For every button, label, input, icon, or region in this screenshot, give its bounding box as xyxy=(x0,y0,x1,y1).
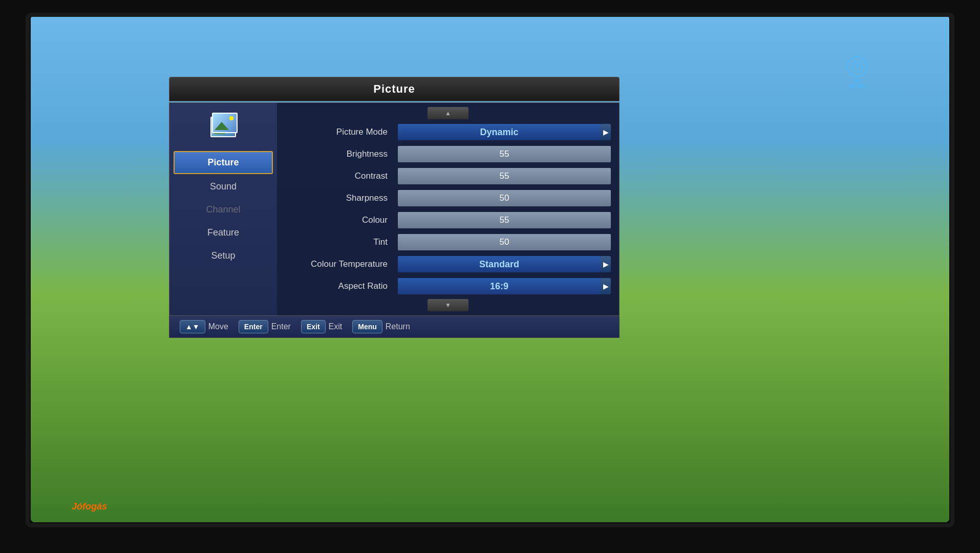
setting-label-colour: Colour xyxy=(285,215,398,225)
setting-label-brightness: Brightness xyxy=(285,149,398,159)
nav-move-key[interactable]: ▲▼ xyxy=(180,320,205,333)
setting-arrow-picture-mode[interactable]: ▶ xyxy=(601,124,611,140)
nav-enter-key[interactable]: Enter xyxy=(239,320,268,333)
nav-exit: Exit Exit xyxy=(301,320,342,333)
nav-enter: Enter Enter xyxy=(239,320,291,333)
sidebar-item-picture[interactable]: Picture xyxy=(174,151,273,174)
nav-move: ▲▼ Move xyxy=(180,320,228,333)
scroll-down-button[interactable]: ▼ xyxy=(285,299,611,311)
setting-control-aspect-ratio: 16:9 ▶ xyxy=(398,278,611,294)
nav-menu-key[interactable]: Menu xyxy=(352,320,382,333)
setting-value-colour: 55 xyxy=(398,212,611,228)
scroll-down-arrow[interactable]: ▼ xyxy=(428,299,468,311)
osd-title: Picture xyxy=(373,82,415,95)
nav-enter-label: Enter xyxy=(271,322,291,331)
setting-control-picture-mode: Dynamic ▶ xyxy=(398,124,611,140)
setting-value-picture-mode: Dynamic xyxy=(398,124,601,140)
watermark: Jófogás xyxy=(72,501,107,512)
nav-move-label: Move xyxy=(208,322,228,331)
logo-line1: M4 xyxy=(847,78,867,84)
setting-value-tint: 50 xyxy=(398,234,611,250)
tv-screen: M4 SPORT Picture xyxy=(31,15,949,522)
setting-value-contrast: 55 xyxy=(398,168,611,184)
setting-value-sharpness: 50 xyxy=(398,190,611,206)
setting-label-sharpness: Sharpness xyxy=(285,193,398,203)
setting-label-picture-mode: Picture Mode xyxy=(285,127,398,137)
setting-arrow-aspect-ratio[interactable]: ▶ xyxy=(601,278,611,294)
picture-icon xyxy=(208,114,239,140)
setting-value-aspect-ratio: 16:9 xyxy=(398,278,601,294)
setting-control-colour-temp: Standard ▶ xyxy=(398,256,611,272)
setting-value-brightness: 55 xyxy=(398,146,611,162)
osd-sidebar: Picture Sound Channel Feature Setup xyxy=(169,103,277,315)
setting-row-colour-temp: Colour Temperature Standard ▶ xyxy=(285,254,611,274)
picture-icon-container xyxy=(174,108,273,146)
setting-row-picture-mode: Picture Mode Dynamic ▶ xyxy=(285,122,611,142)
osd-body: Picture Sound Channel Feature Setup xyxy=(169,102,620,316)
sidebar-item-setup[interactable]: Setup xyxy=(174,245,273,266)
sidebar-item-channel[interactable]: Channel xyxy=(174,199,273,220)
setting-row-contrast: Contrast 55 xyxy=(285,166,611,186)
nav-menu: Menu Return xyxy=(352,320,410,333)
scroll-up-arrow[interactable]: ▲ xyxy=(428,107,468,119)
setting-label-contrast: Contrast xyxy=(285,171,398,181)
setting-row-brightness: Brightness 55 xyxy=(285,144,611,164)
setting-label-aspect-ratio: Aspect Ratio xyxy=(285,281,398,291)
nav-exit-key[interactable]: Exit xyxy=(301,320,326,333)
sidebar-item-feature[interactable]: Feature xyxy=(174,222,273,243)
setting-label-colour-temp: Colour Temperature xyxy=(285,259,398,269)
setting-value-colour-temp: Standard xyxy=(398,256,601,272)
setting-row-aspect-ratio: Aspect Ratio 16:9 ▶ xyxy=(285,276,611,296)
setting-row-sharpness: Sharpness 50 xyxy=(285,188,611,208)
nav-exit-label: Exit xyxy=(329,322,343,331)
setting-row-tint: Tint 50 xyxy=(285,232,611,252)
osd-menu: Picture xyxy=(169,77,620,338)
osd-title-bar: Picture xyxy=(169,77,620,101)
setting-row-colour: Colour 55 xyxy=(285,210,611,230)
nav-menu-label: Return xyxy=(386,322,410,331)
osd-nav-bar: ▲▼ Move Enter Enter Exit Exit Menu Retur… xyxy=(169,316,620,338)
sidebar-item-sound[interactable]: Sound xyxy=(174,176,273,197)
scroll-up-button[interactable]: ▲ xyxy=(285,107,611,119)
logo-line2: SPORT xyxy=(847,84,867,90)
setting-label-tint: Tint xyxy=(285,237,398,247)
channel-logo: M4 SPORT xyxy=(847,56,867,90)
osd-settings-panel: ▲ Picture Mode Dynamic ▶ Brightness 55 xyxy=(277,103,619,315)
setting-arrow-colour-temp[interactable]: ▶ xyxy=(601,256,611,272)
